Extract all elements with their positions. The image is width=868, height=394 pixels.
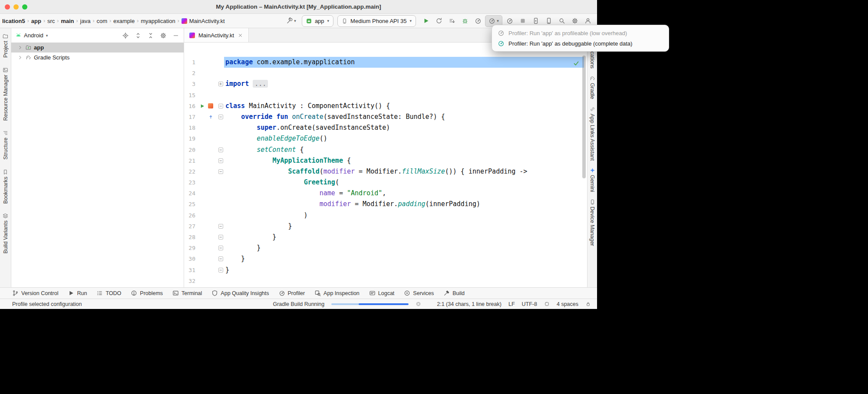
tool-window-button-todo[interactable]: TODO: [96, 290, 121, 296]
gear-icon[interactable]: [160, 32, 167, 39]
fold-gutter[interactable]: −: [217, 115, 224, 119]
tool-stripe-gemini[interactable]: Gemini: [589, 167, 595, 192]
file-encoding[interactable]: UTF-8: [522, 301, 537, 307]
code-line-31[interactable]: 31−}: [184, 265, 584, 276]
code-line-27[interactable]: 27− }: [184, 221, 584, 232]
fold-gutter[interactable]: −: [217, 158, 224, 163]
fold-gutter[interactable]: −: [217, 235, 224, 240]
zoom-window-button[interactable]: [22, 4, 27, 10]
fold-gutter[interactable]: −: [217, 268, 224, 273]
apply-code-changes-button[interactable]: [446, 15, 458, 27]
project-tree-item-app[interactable]: app: [11, 43, 184, 53]
expand-chevron-icon[interactable]: [17, 45, 23, 50]
fold-gutter[interactable]: +: [217, 82, 224, 86]
build-tool-button[interactable]: ▾: [284, 16, 298, 26]
code-line-1[interactable]: 1package com.example.myapplication: [184, 57, 584, 68]
fold-gutter[interactable]: −: [217, 169, 224, 174]
code-line-19[interactable]: 19 enableEdgeToEdge(): [184, 133, 584, 144]
build-status: Gradle Build Running: [273, 301, 324, 307]
code-line-16[interactable]: 16−class MainActivity : ComponentActivit…: [184, 101, 584, 112]
code-line-32[interactable]: 32: [184, 276, 584, 286]
tool-stripe-resource-manager[interactable]: Resource Manager: [3, 67, 9, 121]
tool-stripe-build-variants[interactable]: Build Variants: [3, 213, 9, 253]
status-widget-icon[interactable]: [544, 301, 550, 307]
code-line-24[interactable]: 24 name = "Android",: [184, 188, 584, 199]
breadcrumb-item-example[interactable]: example: [112, 17, 136, 25]
tool-stripe-bookmarks[interactable]: Bookmarks: [3, 169, 9, 204]
expand-chevron-icon[interactable]: [17, 55, 23, 60]
tool-window-button-version-control[interactable]: Version Control: [12, 290, 58, 296]
breadcrumb-item-myapplication[interactable]: myapplication: [139, 17, 177, 25]
close-tab-icon[interactable]: [238, 33, 243, 38]
cancel-build-icon[interactable]: [416, 301, 421, 307]
project-view-selector[interactable]: Android: [24, 32, 43, 39]
editor-body[interactable]: 1package com.example.myapplication23+imp…: [184, 43, 587, 287]
fold-gutter[interactable]: −: [217, 256, 224, 261]
tool-stripe-device-manager[interactable]: Device Manager: [589, 199, 595, 246]
minimize-window-button[interactable]: [13, 4, 19, 10]
expand-all-icon[interactable]: [135, 32, 142, 39]
tool-stripe-gradle[interactable]: Gradle: [589, 76, 595, 99]
tool-window-button-build[interactable]: Build: [443, 290, 465, 296]
profiler-menu-item-1[interactable]: Profiler: Run 'app' as profileable (low …: [492, 28, 669, 38]
code-line-23[interactable]: 23 Greeting(: [184, 177, 584, 188]
collapse-all-icon[interactable]: [147, 32, 154, 39]
fold-gutter[interactable]: −: [217, 104, 224, 108]
code-line-25[interactable]: 25 modifier = Modifier.padding(innerPadd…: [184, 199, 584, 210]
minus-icon[interactable]: [172, 32, 179, 39]
breadcrumb-item-mainactivity-kt[interactable]: MainActivity.kt: [180, 17, 226, 25]
code-line-21[interactable]: 21− MyApplicationTheme {: [184, 155, 584, 166]
breadcrumb-item-app[interactable]: app: [30, 17, 43, 25]
code-line-22[interactable]: 22− Scaffold(modifier = Modifier.fillMax…: [184, 166, 584, 177]
close-window-button[interactable]: [5, 4, 10, 10]
tool-stripe-project[interactable]: Project: [3, 33, 9, 58]
tool-window-button-terminal[interactable]: Terminal: [172, 290, 202, 296]
lock-icon[interactable]: [585, 301, 591, 307]
rerun-button[interactable]: [433, 15, 445, 27]
breadcrumb-item-lication5[interactable]: lication5: [1, 17, 26, 25]
editor-scrollbar[interactable]: [582, 56, 586, 178]
breadcrumb-item-com[interactable]: com: [95, 17, 109, 25]
editor-tab-mainactivity[interactable]: MainActivity.kt: [184, 28, 249, 42]
run-button[interactable]: [420, 15, 432, 27]
code-line-20[interactable]: 20− setContent {: [184, 144, 584, 155]
tool-window-button-app-inspection[interactable]: App Inspection: [314, 290, 360, 296]
target-icon[interactable]: [122, 32, 129, 39]
tool-window-button-logcat[interactable]: Logcat: [369, 290, 395, 296]
breadcrumb-item-java[interactable]: java: [79, 17, 92, 25]
compose-preview-icon[interactable]: [208, 103, 213, 108]
overrides-method-icon[interactable]: [208, 114, 214, 120]
run-configuration-selector[interactable]: app ▾: [302, 15, 333, 27]
tool-window-button-services[interactable]: Services: [404, 290, 434, 296]
caret-position[interactable]: 2:1 (34 chars, 1 line break): [437, 301, 502, 307]
code-line-3[interactable]: 3+import ...: [184, 79, 584, 89]
device-selector[interactable]: Medium Phone API 35 ▾: [337, 15, 416, 27]
fold-gutter[interactable]: −: [217, 148, 224, 152]
tool-window-button-run[interactable]: Run: [68, 290, 87, 296]
code-line-30[interactable]: 30− }: [184, 253, 584, 264]
tool-stripe-app-links-assistant[interactable]: App Links Assistant: [589, 106, 595, 161]
debug-button[interactable]: [459, 15, 471, 27]
indent-style[interactable]: 4 spaces: [557, 301, 578, 307]
tool-window-button-problems[interactable]: Problems: [131, 290, 163, 296]
code-line-17[interactable]: 17− override fun onCreate(savedInstanceS…: [184, 112, 584, 122]
code-line-28[interactable]: 28− }: [184, 232, 584, 243]
profiler-menu-item-2[interactable]: Profiler: Run 'app' as debuggable (compl…: [492, 38, 669, 49]
breadcrumb-item-src[interactable]: src: [46, 17, 56, 25]
code-line-18[interactable]: 18 super.onCreate(savedInstanceState): [184, 122, 584, 133]
project-tree-item-gradle-scripts[interactable]: Gradle Scripts: [11, 53, 184, 62]
code-line-2[interactable]: 2: [184, 68, 584, 79]
fold-gutter[interactable]: −: [217, 246, 224, 250]
tool-stripe-structure[interactable]: Structure: [3, 130, 9, 160]
breadcrumb-item-main[interactable]: main: [59, 17, 75, 25]
code-line-15[interactable]: 15: [184, 90, 584, 101]
code-line-26[interactable]: 26 ): [184, 210, 584, 221]
inspections-ok-icon[interactable]: [573, 60, 580, 67]
tool-window-button-profiler[interactable]: Profiler: [279, 290, 305, 296]
attach-profiler-button[interactable]: [472, 15, 484, 27]
fold-gutter[interactable]: −: [217, 224, 224, 229]
run-line-icon[interactable]: [199, 103, 205, 109]
line-separator[interactable]: LF: [508, 301, 515, 307]
tool-window-button-app-quality-insights[interactable]: App Quality Insights: [211, 290, 269, 296]
code-line-29[interactable]: 29− }: [184, 243, 584, 253]
